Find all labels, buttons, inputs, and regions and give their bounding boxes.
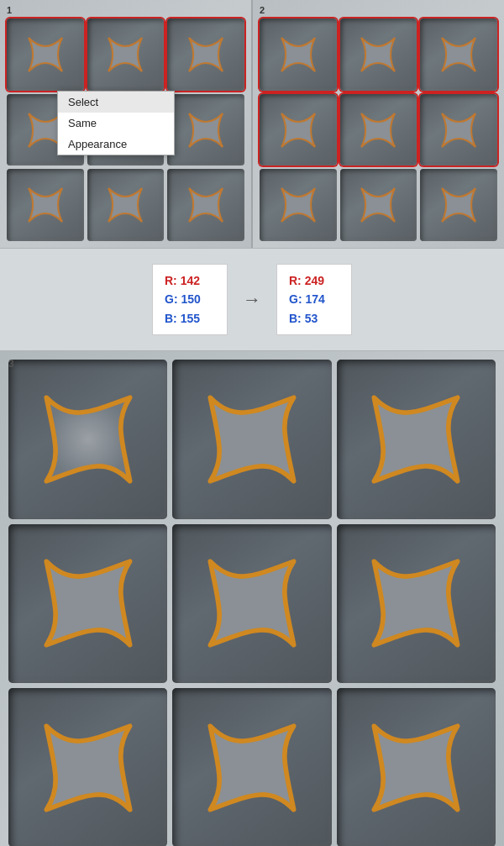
x-large-icon-3-6 xyxy=(356,544,475,663)
color-from-box: R: 142 G: 150 B: 155 xyxy=(152,264,228,335)
cell-3-6[interactable] xyxy=(337,524,496,683)
top-section: 1 xyxy=(0,0,504,248)
cell-3-4[interactable] xyxy=(8,524,167,683)
panel-2: 2 xyxy=(253,0,504,248)
cell-2-4[interactable] xyxy=(260,94,337,166)
cell-2-2[interactable] xyxy=(340,18,417,91)
x-large-icon-3-5 xyxy=(192,544,312,663)
x-icon-1-6 xyxy=(179,105,233,155)
panel-3-number: 3 xyxy=(8,358,14,370)
x-large-icon-3-8 xyxy=(192,708,312,828)
x-icon-2-9 xyxy=(432,180,486,230)
x-large-icon-3-9 xyxy=(356,708,475,828)
x-large-icon-3-2 xyxy=(192,380,312,499)
x-icon-2-3 xyxy=(432,29,486,80)
cell-2-5[interactable] xyxy=(340,94,417,166)
cell-3-8[interactable] xyxy=(172,688,331,846)
cell-2-3[interactable] xyxy=(420,18,497,91)
context-menu[interactable]: Select Same Appearance xyxy=(57,91,175,155)
cell-1-6[interactable] xyxy=(167,94,244,166)
cell-2-9[interactable] xyxy=(420,169,497,241)
cell-1-2[interactable] xyxy=(87,18,165,91)
cell-1-8[interactable] xyxy=(87,169,165,241)
cell-2-6[interactable] xyxy=(420,94,497,166)
panel-1-number: 1 xyxy=(7,5,12,15)
cell-1-1[interactable] xyxy=(7,18,84,91)
x-icon-2-7 xyxy=(271,180,325,230)
panel-1: 1 xyxy=(0,0,251,248)
cell-3-7[interactable] xyxy=(8,688,167,846)
cell-2-8[interactable] xyxy=(340,169,417,241)
menu-item-same[interactable]: Same xyxy=(58,113,174,134)
cell-1-3[interactable] xyxy=(167,18,244,91)
cell-3-2[interactable] xyxy=(172,360,331,518)
color-section: R: 142 G: 150 B: 155 → R: 249 G: 174 B: … xyxy=(0,248,504,351)
panel-2-number: 2 xyxy=(260,5,265,15)
x-large-icon-3-4 xyxy=(29,544,148,663)
arrow-icon: → xyxy=(243,289,261,311)
cell-1-7[interactable] xyxy=(7,169,84,241)
x-icon-1-7 xyxy=(18,180,72,230)
cell-3-1[interactable] xyxy=(8,360,167,518)
x-icon-2-1 xyxy=(271,29,325,80)
x-icon-2-4 xyxy=(271,105,325,155)
x-icon-2-8 xyxy=(351,180,405,230)
x-icon-2-5 xyxy=(351,105,405,155)
x-large-icon-3-1 xyxy=(29,380,148,499)
color-to-r: R: 249 xyxy=(289,271,339,290)
menu-item-select[interactable]: Select xyxy=(58,92,174,113)
panel-3-grid xyxy=(8,360,496,846)
cell-3-3[interactable] xyxy=(337,360,496,518)
menu-item-appearance[interactable]: Appearance xyxy=(58,134,174,155)
x-icon-1-2 xyxy=(98,29,152,80)
bottom-section: 3 xyxy=(0,351,504,846)
cell-1-9[interactable] xyxy=(167,169,244,241)
x-icon-1-8 xyxy=(98,180,152,230)
color-to-box: R: 249 G: 174 B: 53 xyxy=(276,264,352,335)
panel-2-grid xyxy=(260,7,497,241)
cell-3-5[interactable] xyxy=(172,524,331,683)
color-to-g: G: 174 xyxy=(289,290,339,308)
x-large-icon-3-3 xyxy=(356,380,475,499)
x-icon-2-6 xyxy=(432,105,486,155)
color-from-r: R: 142 xyxy=(165,271,215,290)
color-to-b: B: 53 xyxy=(289,309,339,328)
cell-3-9[interactable] xyxy=(337,688,496,846)
x-icon-1-1 xyxy=(18,29,72,80)
x-icon-2-2 xyxy=(351,29,405,80)
x-large-icon-3-7 xyxy=(29,708,148,828)
cell-2-1[interactable] xyxy=(260,18,337,91)
cell-2-7[interactable] xyxy=(260,169,337,241)
x-icon-1-9 xyxy=(179,180,233,230)
color-from-g: G: 150 xyxy=(165,290,215,308)
x-icon-1-3 xyxy=(179,29,233,80)
color-from-b: B: 155 xyxy=(165,309,215,328)
